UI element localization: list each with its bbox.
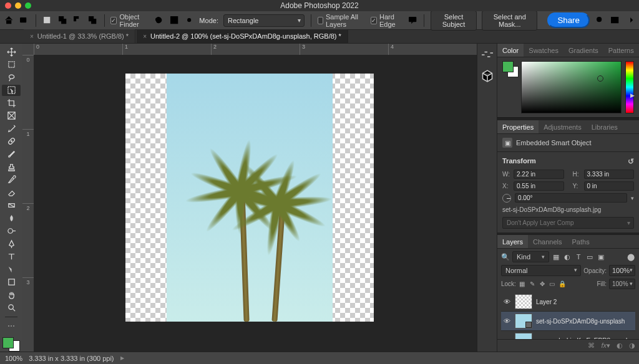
hand-tool[interactable] — [2, 289, 21, 301]
blur-tool[interactable] — [2, 213, 21, 224]
add-selection-icon[interactable] — [57, 14, 67, 27]
3d-panel-icon[interactable] — [480, 69, 495, 84]
filter-shape-icon[interactable]: ▭ — [585, 252, 594, 261]
dodge-tool[interactable] — [2, 225, 21, 237]
panel-tab-swatches[interactable]: Swatches — [524, 44, 563, 57]
layer-item[interactable]: 👁 set-sj-DoSPxDAmD8g-unsplash — [501, 312, 635, 331]
panel-tab-paths[interactable]: Paths — [567, 235, 595, 248]
close-tab-icon[interactable]: × — [30, 33, 34, 40]
link-layers-icon[interactable]: ⌘ — [588, 342, 595, 350]
panel-tab-properties[interactable]: Properties — [497, 120, 539, 133]
width-input[interactable]: 2.22 in — [514, 170, 564, 179]
marquee-tool[interactable] — [2, 59, 21, 71]
histogram-panel-icon[interactable] — [480, 47, 495, 62]
object-finder-checkbox[interactable]: ✓Object Finder — [110, 13, 149, 28]
layer-thumbnail[interactable] — [515, 314, 532, 328]
layer-filter-select[interactable]: Kind — [512, 251, 549, 262]
ps-cloud-icon[interactable] — [19, 14, 29, 27]
panel-tab-patterns[interactable]: Patterns — [603, 44, 639, 57]
layer-thumbnail[interactable] — [515, 294, 532, 309]
frame-tool[interactable] — [2, 110, 21, 122]
refresh-icon[interactable] — [154, 14, 163, 27]
document-tab[interactable]: ×Untitled-1 @ 33.3% (RGB/8) * — [24, 29, 135, 43]
lock-paint-icon[interactable]: ✎ — [529, 280, 536, 288]
opacity-input[interactable]: 100% — [609, 265, 635, 276]
layer-thumbnail[interactable] — [515, 333, 532, 339]
angle-input[interactable]: 0.00° — [515, 193, 627, 203]
filter-toggle-icon[interactable]: ⬤ — [627, 252, 635, 261]
ruler-vertical[interactable]: 0 1 2 3 — [22, 55, 34, 352]
blend-mode-select[interactable]: Normal — [501, 265, 581, 276]
share-button[interactable]: Share — [547, 12, 590, 28]
filter-adjust-icon[interactable]: ◐ — [563, 252, 572, 261]
gear-icon[interactable] — [184, 14, 194, 27]
select-and-mask-button[interactable]: Select and Mask... — [482, 11, 537, 31]
color-field[interactable] — [521, 61, 622, 113]
color-fg-bg-swatches[interactable] — [502, 61, 517, 113]
gradient-tool[interactable] — [2, 199, 21, 211]
filter-type-icon[interactable]: T — [574, 252, 583, 261]
panel-tab-libraries[interactable]: Libraries — [587, 120, 623, 133]
stamp-tool[interactable] — [2, 161, 21, 173]
hue-slider[interactable]: ▶ — [625, 61, 634, 113]
document-canvas[interactable] — [125, 74, 374, 322]
panel-tab-channels[interactable]: Channels — [528, 235, 567, 248]
new-selection-icon[interactable] — [42, 14, 52, 27]
eraser-tool[interactable] — [2, 187, 21, 199]
overlay-icon[interactable] — [169, 14, 179, 27]
lasso-tool[interactable] — [2, 72, 21, 84]
fx-icon[interactable]: fx▾ — [601, 342, 610, 350]
layer-name[interactable]: set-sj-DoSPxDAmD8g-unsplash — [536, 318, 634, 325]
crop-tool[interactable] — [2, 97, 21, 109]
foreground-swatch[interactable] — [2, 337, 14, 348]
panel-tab-layers[interactable]: Layers — [497, 235, 528, 248]
canvas-area[interactable]: 0 1 2 3 4 0 1 2 3 — [22, 44, 477, 352]
history-brush-tool[interactable] — [2, 174, 21, 186]
feedback-icon[interactable] — [407, 14, 417, 27]
hard-edge-checkbox[interactable]: ✓Hard Edge — [371, 13, 402, 28]
path-tool[interactable] — [2, 264, 21, 275]
zoom-level[interactable]: 100% — [5, 355, 22, 362]
reset-icon[interactable]: ↺ — [628, 157, 634, 166]
zoom-tool[interactable] — [2, 302, 21, 314]
panel-menu-icon[interactable] — [625, 14, 635, 27]
mask-icon[interactable]: ◐ — [617, 342, 623, 350]
visibility-toggle[interactable]: 👁 — [502, 317, 511, 325]
eyedropper-tool[interactable] — [2, 123, 21, 135]
x-input[interactable]: 0.55 in — [514, 181, 564, 191]
filter-pixel-icon[interactable]: ▦ — [552, 252, 560, 261]
subtract-selection-icon[interactable] — [72, 14, 82, 27]
sample-all-checkbox[interactable]: Sample All Layers — [318, 13, 366, 28]
layer-item[interactable]: 👁 Layer 2 — [501, 292, 635, 312]
adjustment-icon[interactable]: ◑ — [629, 342, 635, 350]
fill-input[interactable]: 100% — [609, 279, 635, 289]
home-icon[interactable] — [4, 14, 14, 27]
filter-smart-icon[interactable]: ▣ — [597, 252, 605, 261]
close-tab-icon[interactable]: × — [143, 33, 147, 40]
doc-info[interactable]: 3.333 in x 3.333 in (300 ppi) — [29, 355, 114, 362]
lock-transparency-icon[interactable]: ▦ — [519, 280, 526, 288]
panel-tab-adjustments[interactable]: Adjustments — [539, 120, 587, 133]
move-tool[interactable] — [2, 46, 21, 58]
pen-tool[interactable] — [2, 238, 21, 250]
layer-comp-select[interactable]: Don't Apply Layer Comp — [502, 217, 634, 229]
panel-tab-color[interactable]: Color — [497, 44, 524, 57]
visibility-toggle[interactable]: 👁 — [502, 298, 511, 305]
shape-tool[interactable] — [2, 277, 21, 289]
document-tab[interactable]: ×Untitled-2 @ 100% (set-sj-DoSPxDAmD8g-u… — [137, 29, 348, 43]
panel-tab-gradients[interactable]: Gradients — [563, 44, 603, 57]
lock-all-icon[interactable]: 🔒 — [559, 280, 566, 288]
fg-color-swatch[interactable] — [502, 61, 514, 72]
lock-position-icon[interactable]: ✥ — [539, 280, 546, 288]
color-swatches[interactable] — [2, 337, 20, 352]
height-input[interactable]: 3.333 in — [584, 170, 635, 179]
brush-tool[interactable] — [2, 148, 21, 160]
color-cursor[interactable] — [597, 75, 603, 82]
healing-tool[interactable] — [2, 136, 21, 148]
status-caret-icon[interactable]: ▶ — [120, 355, 124, 361]
edit-toolbar-icon[interactable]: ⋯ — [2, 320, 21, 332]
layer-name[interactable]: Layer 2 — [536, 299, 634, 305]
type-tool[interactable] — [2, 251, 21, 263]
object-selection-tool[interactable] — [2, 85, 21, 97]
intersect-selection-icon[interactable] — [87, 14, 97, 27]
